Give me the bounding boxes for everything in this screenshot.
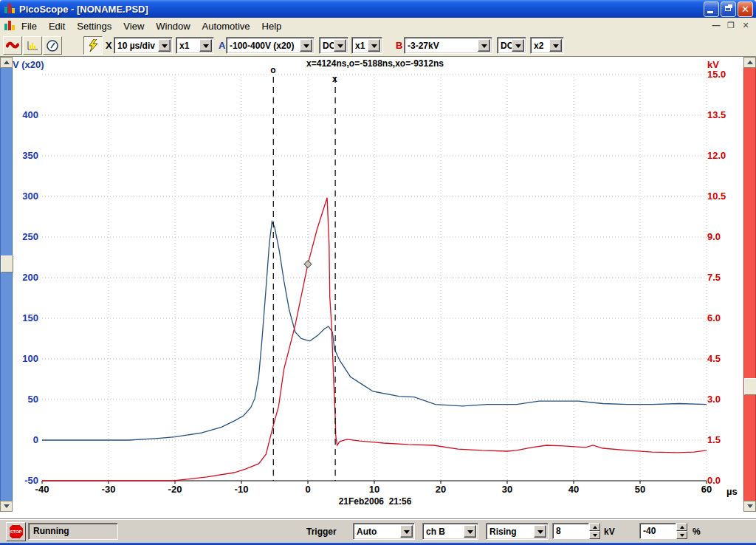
left-axis-tick: 300 <box>12 191 38 202</box>
left-axis-tick: 350 <box>12 150 38 161</box>
cursor-x-label: x <box>332 74 337 84</box>
x-axis-tick: -10 <box>225 484 258 495</box>
right-axis-tick: 3.0 <box>707 394 721 405</box>
scroll-down-icon[interactable] <box>743 501 756 512</box>
x-axis-tick: 10 <box>358 484 391 495</box>
left-axis-tick: 150 <box>12 312 38 323</box>
left-axis-tick: 400 <box>12 109 38 120</box>
x-axis-tick: 30 <box>491 484 523 495</box>
left-axis-tick: 0 <box>12 434 38 445</box>
right-axis-tick: 10.5 <box>707 191 726 202</box>
channel-a-scroll-thumb[interactable] <box>1 256 13 272</box>
cursor-o-label: o <box>270 65 275 75</box>
right-axis-tick: 9.0 <box>707 231 721 242</box>
left-axis-tick: 50 <box>12 394 38 405</box>
channel-a-offset-scrollbar[interactable] <box>0 57 13 512</box>
x-axis-tick: 50 <box>624 484 656 495</box>
right-axis-tick: 12.0 <box>707 150 726 161</box>
right-axis-tick: 4.5 <box>707 353 721 364</box>
scroll-up-icon[interactable] <box>743 57 756 68</box>
timestamp: 21Feb2006 21:56 <box>227 496 523 507</box>
channel-b-scroll-track[interactable] <box>743 68 756 501</box>
right-axis-tick: 6.0 <box>707 312 721 323</box>
channel-b-offset-scrollbar[interactable] <box>743 57 756 512</box>
x-axis-tick: 60 <box>690 484 723 495</box>
x-axis-unit: µs <box>726 486 738 497</box>
x-axis-tick: 20 <box>425 484 457 495</box>
left-axis-tick: 200 <box>12 272 38 283</box>
waveform-plot[interactable] <box>0 0 756 545</box>
channel-b-scroll-thumb[interactable] <box>744 378 756 395</box>
channel-a-scroll-track[interactable] <box>0 68 13 501</box>
right-axis-tick: 13.5 <box>707 109 726 120</box>
scroll-up-icon[interactable] <box>0 57 13 68</box>
right-axis-tick: 7.5 <box>707 272 721 283</box>
left-axis-tick: 250 <box>12 231 38 242</box>
scroll-down-icon[interactable] <box>0 501 13 512</box>
x-axis-tick: -40 <box>26 484 58 495</box>
right-axis-tick: 15.0 <box>707 69 726 80</box>
x-axis-tick: -20 <box>159 484 191 495</box>
x-axis-tick: 0 <box>292 484 324 495</box>
x-axis-tick: 40 <box>557 484 590 495</box>
right-axis-tick: 1.5 <box>707 434 721 445</box>
left-axis-tick: 100 <box>12 353 38 364</box>
x-axis-tick: -30 <box>92 484 125 495</box>
left-axis-title: V (x20) <box>13 59 44 70</box>
